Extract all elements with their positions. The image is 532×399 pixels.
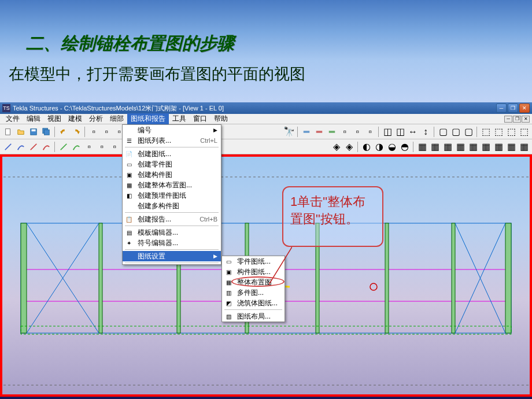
doc-icon: 📄 (124, 149, 134, 158)
tool-icon[interactable]: ◒ (386, 141, 398, 153)
tool-icon[interactable]: ▫ (352, 126, 363, 138)
menu-numbering[interactable]: 编号 ▶ (123, 125, 221, 135)
drawings-menu: 编号 ▶ ☰ 图纸列表... Ctrl+L 📄 创建图纸... ▭ 创建零件图 … (122, 124, 221, 265)
mdi-minimize[interactable]: ─ (504, 116, 512, 123)
submenu-drawing-layout[interactable]: ▧ 图纸布局... (222, 311, 285, 322)
tool-icon[interactable]: ◐ (361, 141, 372, 153)
tool-icon[interactable]: ◓ (399, 141, 411, 153)
blank-icon (124, 125, 134, 135)
tool-icon[interactable]: ▫ (364, 126, 376, 138)
line3-icon[interactable] (58, 141, 69, 153)
separator (378, 127, 379, 137)
tool-icon[interactable]: ◑ (374, 141, 385, 153)
tool-icon[interactable]: ▫ (109, 141, 120, 153)
menu-create-ga-drawing[interactable]: ▦ 创建整体布置图... (123, 180, 221, 190)
menu-edit[interactable]: 编辑 (23, 113, 44, 124)
separator (224, 309, 282, 310)
menu-tools[interactable]: 工具 (169, 113, 190, 124)
embed-icon: ◧ (124, 191, 134, 200)
menu-create-embed-drawing[interactable]: ◧ 创建预埋件图纸 (123, 190, 221, 201)
tool-icon[interactable] (301, 126, 312, 138)
titlebar[interactable]: TS Tekla Structures - C:\TeklaStructures… (0, 102, 532, 114)
tool-icon[interactable] (326, 126, 338, 138)
menu-symbol-editor[interactable]: ✦ 符号编辑器... (123, 238, 221, 248)
tool-icon[interactable]: ▦ (416, 141, 428, 153)
tool-icon[interactable]: ▦ (505, 141, 517, 153)
maximize-button[interactable]: ❐ (508, 104, 518, 113)
separator (125, 212, 219, 213)
line-icon[interactable] (2, 141, 14, 153)
new-icon[interactable] (2, 126, 14, 138)
tool-icon[interactable]: ▫ (88, 126, 99, 138)
tool-icon[interactable]: ▦ (480, 141, 492, 153)
tool-icon[interactable]: ↔ (407, 126, 419, 138)
mdi-restore[interactable]: ❐ (513, 116, 521, 123)
saveall-icon[interactable] (40, 126, 52, 138)
tool-icon[interactable]: ⬚ (518, 126, 530, 138)
tool-icon[interactable]: ▦ (518, 141, 530, 153)
menu-create-report[interactable]: 📋 创建报告... Ctrl+B (123, 214, 221, 224)
undo-icon[interactable] (58, 126, 69, 138)
curve3-icon[interactable] (71, 141, 82, 153)
tekla-window: TS Tekla Structures - C:\TeklaStructures… (0, 102, 532, 382)
tool-icon[interactable]: ↕ (420, 126, 431, 138)
binoculars-icon[interactable]: 🔭 (283, 126, 295, 138)
tool-icon[interactable]: ⬚ (505, 126, 517, 138)
save-icon[interactable] (28, 126, 39, 138)
template-icon: ▤ (124, 228, 134, 237)
multi-icon: ▥ (223, 288, 234, 297)
open-icon[interactable] (15, 126, 27, 138)
tool-icon[interactable]: ▫ (339, 126, 350, 138)
tool-icon[interactable]: ▫ (101, 126, 112, 138)
tool-icon[interactable]: ◫ (382, 126, 393, 138)
tool-icon[interactable]: ▢ (437, 126, 449, 138)
separator (125, 249, 219, 250)
blank-icon (124, 201, 134, 210)
menu-drawing-list[interactable]: ☰ 图纸列表... Ctrl+L (123, 135, 221, 146)
menu-drawing-settings[interactable]: 图纸设置 ▶ (123, 251, 221, 261)
tool-icon[interactable]: ⬚ (480, 126, 492, 138)
submenu-cast-drawing[interactable]: ◩ 浇筑体图纸... (222, 298, 285, 308)
tool-icon[interactable]: ◫ (394, 126, 406, 138)
menu-create-assembly-drawing[interactable]: ▣ 创建构件图 (123, 169, 221, 180)
separator (476, 127, 478, 137)
redo-icon[interactable] (71, 126, 82, 138)
menu-create-drawing[interactable]: 📄 创建图纸... (123, 149, 221, 159)
tool-icon[interactable]: ◈ (331, 141, 342, 153)
tool-icon[interactable]: ▦ (467, 141, 479, 153)
curve-icon[interactable] (15, 141, 27, 153)
menu-drawings-reports[interactable]: 图纸和报告 (127, 113, 169, 124)
mdi-close[interactable]: ✕ (522, 116, 530, 123)
tool-icon[interactable]: ▦ (429, 141, 441, 153)
tool-icon[interactable]: ▦ (442, 141, 453, 153)
svg-rect-5 (304, 131, 310, 133)
menu-model[interactable]: 建模 (65, 113, 86, 124)
tool-icon[interactable]: ◈ (343, 141, 355, 153)
menu-help[interactable]: 帮助 (210, 113, 231, 124)
menu-create-multi-drawing[interactable]: 创建多构件图 (123, 201, 221, 211)
menu-template-editor[interactable]: ▤ 模板编辑器... (123, 227, 221, 238)
separator (125, 226, 219, 226)
menu-create-part-drawing[interactable]: ▭ 创建零件图 (123, 159, 221, 169)
menu-view[interactable]: 视图 (44, 113, 65, 124)
tool-icon[interactable]: ▫ (83, 141, 95, 153)
line2-icon[interactable] (28, 141, 39, 153)
tool-icon[interactable]: ▢ (450, 126, 461, 138)
window-controls: ─ ❐ ✕ (496, 104, 530, 113)
tool-icon[interactable] (313, 126, 325, 138)
minimize-button[interactable]: ─ (496, 104, 507, 113)
tool-icon[interactable]: ▦ (455, 141, 466, 153)
separator (125, 147, 219, 147)
menu-window[interactable]: 窗口 (190, 113, 210, 124)
tool-icon[interactable]: ▢ (463, 126, 474, 138)
tool-icon[interactable]: ▦ (493, 141, 504, 153)
tool-icon[interactable]: ⬚ (493, 126, 504, 138)
menu-analysis[interactable]: 分析 (86, 113, 106, 124)
menu-detail[interactable]: 细部 (106, 113, 127, 124)
close-button[interactable]: ✕ (519, 104, 530, 113)
curve2-icon[interactable] (40, 141, 52, 153)
menu-file[interactable]: 文件 (2, 113, 23, 124)
tool-icon[interactable]: ▫ (96, 141, 108, 153)
submenu-multi-drawing[interactable]: ▥ 多件图... (222, 287, 285, 298)
svg-rect-2 (32, 129, 36, 131)
